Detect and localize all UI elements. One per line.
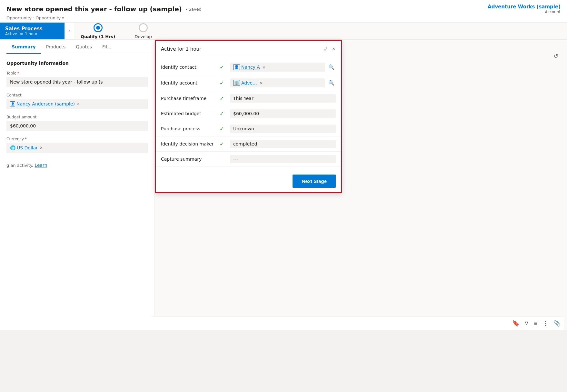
stage-circle-qualify (94, 23, 103, 32)
popup-value-link-contact: 👤 Nancy A × (230, 63, 325, 72)
filter-icon: ⊽ (524, 320, 529, 327)
popup-field-capture-summary: Capture summary ✓ --- (156, 152, 341, 167)
popup-expand-button[interactable]: ⤢ (323, 45, 328, 53)
account-link[interactable]: Adventure Works (sample) (488, 4, 561, 10)
contact-link-value[interactable]: Nancy A (241, 65, 260, 70)
popup-field-label-identify-contact: Identify contact (161, 65, 216, 70)
currency-link[interactable]: US Dollar (17, 145, 38, 150)
paperclip-button[interactable]: 📎 (553, 320, 561, 327)
popup-fields: Identify contact ✓ 👤 Nancy A × 🔍 Identif… (156, 56, 341, 170)
estimated-budget-value[interactable]: $60,000.00 (230, 109, 336, 118)
left-panel: Summary Products Quotes Fil… Opportunity… (0, 40, 155, 330)
popup-value-identify-decision-maker: completed (230, 140, 336, 148)
popup-title: Active for 1 hour (161, 46, 201, 52)
tab-bar: Summary Products Quotes Fil… (0, 40, 154, 54)
breadcrumb: Opportunity · Opportunity ∨ (6, 15, 561, 22)
contact-remove-btn[interactable]: × (77, 102, 80, 106)
process-label-block: Sales Process Active for 1 hour (0, 23, 65, 39)
tab-quotes[interactable]: Quotes (71, 40, 97, 54)
purchase-process-value[interactable]: Unknown (230, 125, 336, 133)
popup-value-purchase-process: Unknown (230, 125, 336, 133)
popup-field-label-estimated-budget: Estimated budget (161, 111, 216, 116)
breadcrumb-dropdown[interactable]: Opportunity ∨ (35, 15, 64, 20)
popup-value-identify-account: 🏢 Adve… × 🔍 (230, 78, 336, 87)
contact-remove-icon[interactable]: × (261, 65, 267, 70)
field-value-topic[interactable]: New store opened this year - follow up (… (6, 77, 148, 87)
popup-field-purchase-timeframe: Purchase timeframe ✓ This Year (156, 91, 341, 106)
account-link-value[interactable]: Adve… (241, 80, 257, 85)
currency-globe-icon: 🌐 (10, 145, 15, 150)
field-label-topic: Topic * (6, 71, 148, 75)
bookmark-icon: 🔖 (512, 320, 519, 327)
check-icon-purchase-process: ✓ (220, 126, 226, 132)
field-topic: Topic * New store opened this year - fol… (6, 71, 148, 87)
currency-remove-btn[interactable]: × (40, 146, 43, 150)
filter-button[interactable]: ⊽ (524, 320, 529, 327)
contact-link[interactable]: Nancy Anderson (sample) (16, 101, 75, 106)
refresh-icon: ↺ (553, 53, 558, 59)
check-icon-purchase-timeframe: ✓ (220, 95, 226, 102)
close-icon: × (332, 46, 335, 52)
account-info: Adventure Works (sample) Account (488, 4, 561, 14)
bookmark-button[interactable]: 🔖 (512, 320, 519, 327)
capture-summary-value[interactable]: --- (230, 155, 336, 163)
field-label-currency: Currency * (6, 137, 148, 141)
tab-summary[interactable]: Summary (6, 40, 41, 54)
activity-prompt-text: g an activity. (6, 163, 33, 168)
next-stage-button[interactable]: Next Stage (293, 175, 336, 188)
check-icon-identify-decision-maker: ✓ (220, 141, 226, 147)
account-label: Account (488, 10, 561, 14)
breadcrumb-chevron-icon: ∨ (62, 16, 64, 20)
check-icon-capture-summary: ✓ (220, 156, 226, 162)
field-label-budget: Budget amount (6, 115, 148, 119)
stage-circle-develop (139, 23, 148, 32)
popup-footer: Next Stage (156, 170, 341, 192)
page-header: New store opened this year - follow up (… (0, 0, 567, 23)
page-title: New store opened this year - follow up (… (6, 5, 182, 13)
list-icon: ≡ (534, 320, 537, 327)
check-icon-identify-account: ✓ (220, 80, 226, 86)
field-value-budget[interactable]: $60,000.00 (6, 121, 148, 131)
breadcrumb-sep: · (33, 15, 34, 20)
process-bar: Sales Process Active for 1 hour ‹ Qualif… (0, 23, 567, 40)
contact-search-button[interactable]: 🔍 (327, 64, 336, 71)
contact-record-icon: 👤 (233, 64, 240, 70)
popup-value-identify-contact: 👤 Nancy A × 🔍 (230, 63, 336, 72)
saved-badge: - Saved (186, 7, 202, 12)
refresh-button[interactable]: ↺ (553, 53, 558, 60)
account-remove-icon[interactable]: × (258, 81, 264, 85)
contact-entity-icon: 👤 (10, 101, 15, 106)
popup-field-label-purchase-timeframe: Purchase timeframe (161, 96, 216, 101)
activity-learn-link[interactable]: Learn (35, 163, 47, 168)
purchase-timeframe-value[interactable]: This Year (230, 94, 336, 103)
tab-products[interactable]: Products (41, 40, 71, 54)
popup-field-identify-contact: Identify contact ✓ 👤 Nancy A × 🔍 (156, 59, 341, 75)
popup-field-label-purchase-process: Purchase process (161, 126, 216, 131)
popup-value-estimated-budget: $60,000.00 (230, 109, 336, 118)
popup-field-label-identify-decision-maker: Identify decision maker (161, 141, 216, 146)
identify-decision-maker-value[interactable]: completed (230, 140, 336, 148)
field-value-contact[interactable]: 👤 Nancy Anderson (sample) × (6, 99, 148, 109)
list-view-button[interactable]: ≡ (534, 320, 537, 327)
tab-files[interactable]: Fil… (97, 40, 117, 54)
process-stages: Qualify (1 Hrs) Develop (74, 23, 567, 39)
popup-close-button[interactable]: × (332, 45, 336, 53)
field-currency: Currency * 🌐 US Dollar × (6, 137, 148, 153)
more-icon: ⋮ (542, 320, 548, 327)
popup-value-purchase-timeframe: This Year (230, 94, 336, 103)
bottom-toolbar: 🔖 ⊽ ≡ ⋮ 📎 (152, 316, 564, 330)
account-search-button[interactable]: 🔍 (327, 79, 336, 86)
breadcrumb-item-2: Opportunity (35, 15, 61, 20)
stage-develop[interactable]: Develop (134, 23, 152, 39)
qualify-popup: Active for 1 hour ⤢ × Identify contact ✓ (155, 40, 342, 193)
breadcrumb-item-1: Opportunity (6, 15, 32, 20)
popup-value-link-account: 🏢 Adve… × (230, 78, 325, 87)
field-value-currency[interactable]: 🌐 US Dollar × (6, 143, 148, 153)
more-options-button[interactable]: ⋮ (542, 320, 548, 327)
popup-value-capture-summary: --- (230, 155, 336, 163)
stage-qualify[interactable]: Qualify (1 Hrs) (81, 23, 115, 39)
field-contact: Contact 👤 Nancy Anderson (sample) × (6, 93, 148, 109)
popup-field-purchase-process: Purchase process ✓ Unknown (156, 121, 341, 136)
process-collapse-button[interactable]: ‹ (65, 23, 74, 39)
field-label-contact: Contact (6, 93, 148, 97)
